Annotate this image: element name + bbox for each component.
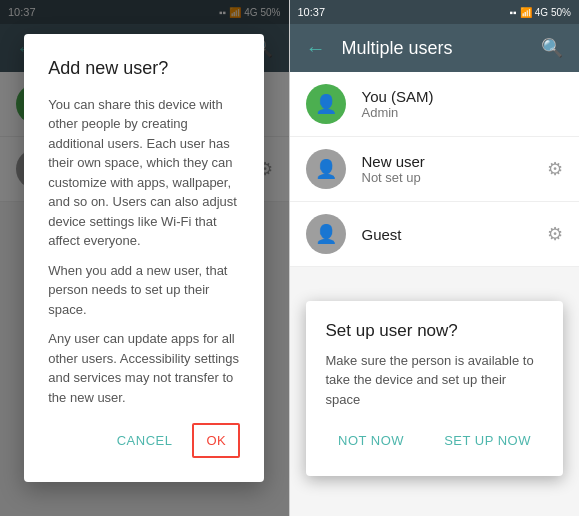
dialog-actions-left: CANCEL OK	[48, 423, 240, 458]
search-icon-right[interactable]: 🔍	[541, 37, 563, 59]
user-list-right: 👤 You (SAM) Admin 👤 New user Not set up …	[290, 72, 580, 267]
dialog-title-left: Add new user?	[48, 58, 240, 79]
user-sub-you-right: Admin	[362, 105, 564, 120]
user-item-guest-right[interactable]: 👤 Guest ⚙	[290, 202, 580, 267]
top-bar-title-right: Multiple users	[342, 38, 526, 59]
add-user-dialog: Add new user? You can share this device …	[24, 34, 264, 483]
status-time-right: 10:37	[298, 6, 326, 18]
dialog-body-left: You can share this device with other peo…	[48, 95, 240, 408]
setup-now-button[interactable]: SET UP NOW	[432, 425, 543, 456]
setup-dialog-body: Make sure the person is available to tak…	[326, 351, 544, 410]
dialog-para3: Any user can update apps for all other u…	[48, 329, 240, 407]
dialog-para1: You can share this device with other peo…	[48, 95, 240, 251]
user-sub-newuser-right: Not set up	[362, 170, 564, 185]
gear-icon-newuser-right[interactable]: ⚙	[547, 158, 563, 180]
user-info-you-right: You (SAM) Admin	[362, 88, 564, 120]
avatar-guest-right: 👤	[306, 214, 346, 254]
gear-icon-guest-right[interactable]: ⚙	[547, 223, 563, 245]
right-screen: 10:37 ▪▪ 📶 4G 50% ← Multiple users 🔍 👤 Y…	[290, 0, 580, 516]
top-bar-right: ← Multiple users 🔍	[290, 24, 580, 72]
status-icons-right: ▪▪ 📶 4G 50%	[510, 7, 571, 18]
setup-user-dialog: Set up user now? Make sure the person is…	[306, 301, 564, 477]
setup-dialog-actions: NOT NOW SET UP NOW	[326, 425, 544, 456]
avatar-newuser-right: 👤	[306, 149, 346, 189]
dialog-overlay-left: Add new user? You can share this device …	[0, 0, 289, 516]
dialog-para2: When you add a new user, that person nee…	[48, 261, 240, 320]
user-info-guest-right: Guest	[362, 226, 564, 243]
battery-right: 50%	[551, 7, 571, 18]
back-button-right[interactable]: ←	[306, 37, 326, 60]
user-info-newuser-right: New user Not set up	[362, 153, 564, 185]
user-name-you-right: You (SAM)	[362, 88, 564, 105]
setup-dialog-title: Set up user now?	[326, 321, 544, 341]
user-name-newuser-right: New user	[362, 153, 564, 170]
avatar-you-right: 👤	[306, 84, 346, 124]
user-item-you-right[interactable]: 👤 You (SAM) Admin	[290, 72, 580, 137]
wifi-icon-right: 📶	[520, 7, 532, 18]
user-item-newuser-right[interactable]: 👤 New user Not set up ⚙	[290, 137, 580, 202]
ok-button[interactable]: OK	[192, 423, 240, 458]
not-now-button[interactable]: NOT NOW	[326, 425, 416, 456]
status-bar-right: 10:37 ▪▪ 📶 4G 50%	[290, 0, 580, 24]
user-name-guest-right: Guest	[362, 226, 564, 243]
cancel-button[interactable]: CANCEL	[105, 423, 185, 458]
sim-icon-right: ▪▪	[510, 7, 517, 18]
signal-right: 4G	[535, 7, 548, 18]
left-screen: 10:37 ▪▪ 📶 4G 50% ← Multiple users 🔍 👤 Y…	[0, 0, 290, 516]
